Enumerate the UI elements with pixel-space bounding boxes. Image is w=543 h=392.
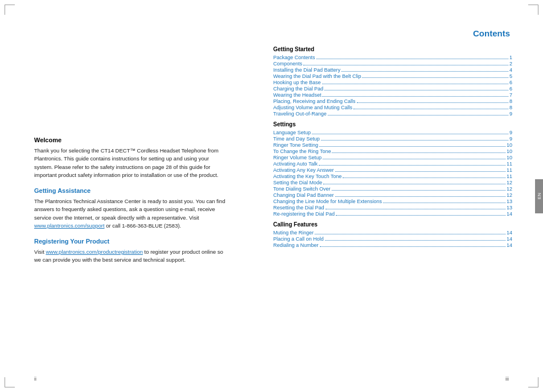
page: Welcome Thank you for selecting the CT14… xyxy=(0,0,543,392)
toc-entry: Redialing a Number14 xyxy=(273,242,512,248)
toc-entry: Activating Auto Talk11 xyxy=(273,161,512,167)
toc-entry-label[interactable]: Changing Dial Pad Banner xyxy=(273,192,334,198)
toc-entry-page: 9 xyxy=(509,130,512,135)
toc-entry-page: 14 xyxy=(507,211,512,217)
toc-entry-dots xyxy=(322,96,508,97)
toc-entry-page: 14 xyxy=(507,230,512,236)
toc-container: Getting StartedPackage Contents1Componen… xyxy=(273,46,512,248)
toc-entry-label[interactable]: Re-registering the Dial Pad xyxy=(273,211,335,217)
toc-entry-dots xyxy=(325,240,505,241)
toc-entry-label[interactable]: Wearing the Headset xyxy=(273,92,321,98)
toc-entry-page: 8 xyxy=(509,98,512,104)
toc-entry-dots xyxy=(321,140,508,141)
toc-entry: Package Contents1 xyxy=(273,55,512,60)
toc-entry-label[interactable]: Activating the Key Touch Tone xyxy=(273,174,342,179)
language-tab: EN xyxy=(535,179,543,213)
toc-entry-label[interactable]: To Change the Ring Tone xyxy=(273,148,331,154)
toc-entry-page: 1 xyxy=(509,55,512,60)
toc-entry-dots xyxy=(353,109,508,109)
registering-title: Registering Your Product xyxy=(34,238,228,245)
toc-entry: Traveling Out-of-Range9 xyxy=(273,111,512,117)
toc-entry-page: 4 xyxy=(509,67,512,73)
toc-entry-page: 8 xyxy=(509,105,512,110)
toc-entry: Ringer Tone Setting10 xyxy=(273,142,512,148)
toc-entry-page: 2 xyxy=(509,61,512,67)
toc-entry-label[interactable]: Placing a Call on Hold xyxy=(273,236,324,242)
toc-entry-dots xyxy=(323,184,505,184)
toc-section-heading: Getting Started xyxy=(273,46,512,52)
toc-entry-label[interactable]: Language Setup xyxy=(273,130,311,135)
toc-entry-page: 6 xyxy=(509,80,512,85)
toc-entry-page: 5 xyxy=(509,73,512,79)
toc-entry-page: 6 xyxy=(509,86,512,92)
toc-entry-page: 10 xyxy=(507,155,512,160)
toc-entry-page: 13 xyxy=(507,199,512,204)
getting-assistance-title: Getting Assistance xyxy=(34,187,228,194)
toc-entry-label[interactable]: Tone Dialing Switch Over xyxy=(273,186,331,192)
toc-entry: Tone Dialing Switch Over12 xyxy=(273,186,512,192)
toc-entry-dots xyxy=(315,234,505,234)
toc-entry-dots xyxy=(322,84,508,84)
corner-mark-tl xyxy=(5,5,15,15)
toc-entry-label[interactable]: Installing the Dial Pad Battery xyxy=(273,67,340,73)
toc-entry-dots xyxy=(383,203,505,203)
toc-entry: Installing the Dial Pad Battery4 xyxy=(273,67,512,73)
toc-entry-dots xyxy=(323,159,505,159)
toc-entry: Language Setup9 xyxy=(273,130,512,135)
toc-entry-label[interactable]: Redialing a Number xyxy=(273,242,319,248)
toc-entry: Changing Dial Pad Banner12 xyxy=(273,192,512,198)
toc-entry-dots xyxy=(320,246,505,247)
toc-entry-label[interactable]: Package Contents xyxy=(273,55,315,60)
toc-entry-label[interactable]: Muting the Ringer xyxy=(273,230,314,236)
toc-entry-dots xyxy=(319,165,505,166)
toc-entry-dots xyxy=(324,90,508,90)
toc-entry-label[interactable]: Resetting the Dial Pad xyxy=(273,205,324,211)
toc-entry: To Change the Ring Tone10 xyxy=(273,148,512,154)
toc-entry-dots xyxy=(316,59,508,59)
toc-entry: Activating Any Key Answer11 xyxy=(273,167,512,173)
toc-entry-page: 11 xyxy=(507,167,512,173)
toc-entry-label[interactable]: Setting the Dial Mode xyxy=(273,180,322,185)
toc-entry-label[interactable]: Traveling Out-of-Range xyxy=(273,111,327,117)
toc-entry-label[interactable]: Components xyxy=(273,61,302,67)
toc-entry-label[interactable]: Ringer Volume Setup xyxy=(273,155,322,160)
toc-entry: Ringer Volume Setup10 xyxy=(273,155,512,160)
toc-entry-page: 9 xyxy=(509,136,512,142)
toc-entry-label[interactable]: Wearing the Dial Pad with the Belt Clip xyxy=(273,73,361,79)
toc-entry-dots xyxy=(312,134,508,134)
toc-entry-label[interactable]: Charging the Dial Pad xyxy=(273,86,323,92)
toc-entry: Adjusting Volume and Muting Calls8 xyxy=(273,105,512,110)
toc-entry-page: 12 xyxy=(507,180,512,185)
toc-entry-label[interactable]: Ringer Tone Setting xyxy=(273,142,318,148)
toc-entry-dots xyxy=(335,196,505,197)
toc-entry: Re-registering the Dial Pad14 xyxy=(273,211,512,217)
toc-entry-dots xyxy=(357,102,508,103)
toc-section-heading: Calling Features xyxy=(273,221,512,228)
toc-entry-dots xyxy=(332,152,505,153)
toc-entry-dots xyxy=(332,190,505,191)
toc-entry: Resetting the Dial Pad13 xyxy=(273,205,512,211)
toc-section-heading: Settings xyxy=(273,121,512,127)
toc-entry: Wearing the Headset7 xyxy=(273,92,512,98)
toc-entry-label[interactable]: Adjusting Volume and Muting Calls xyxy=(273,105,352,110)
toc-entry-label[interactable]: Hooking up the Base xyxy=(273,80,321,85)
support-link[interactable]: www.plantronics.com/support xyxy=(34,222,105,229)
right-column: Contents Getting StartedPackage Contents… xyxy=(273,28,512,249)
toc-entry: Activating the Key Touch Tone11 xyxy=(273,174,512,179)
toc-entry-label[interactable]: Activating Any Key Answer xyxy=(273,167,334,173)
toc-entry: Charging the Dial Pad6 xyxy=(273,86,512,92)
toc-entry-dots xyxy=(362,77,508,78)
toc-entry-dots xyxy=(303,65,508,65)
toc-entry: Wearing the Dial Pad with the Belt Clip5 xyxy=(273,73,512,79)
toc-entry-label[interactable]: Changing the Line Mode for Multiple Exte… xyxy=(273,199,382,204)
toc-entry-label[interactable]: Placing, Receiving and Ending Calls xyxy=(273,98,356,104)
corner-mark-br xyxy=(528,377,538,387)
toc-entry-page: 10 xyxy=(507,148,512,154)
getting-assistance-text: The Plantronics Technical Assistance Cen… xyxy=(34,197,228,230)
toc-entry-dots xyxy=(326,209,505,209)
toc-entry-label[interactable]: Activating Auto Talk xyxy=(273,161,318,167)
toc-entry-label[interactable]: Time and Day Setup xyxy=(273,136,320,142)
registration-link[interactable]: www.plantronics.com/productregistration xyxy=(46,249,143,255)
toc-entry: Placing a Call on Hold14 xyxy=(273,236,512,242)
toc-entry: Placing, Receiving and Ending Calls8 xyxy=(273,98,512,104)
